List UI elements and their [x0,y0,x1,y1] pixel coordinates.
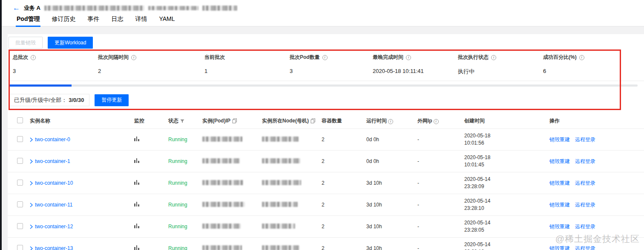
row-checkbox[interactable] [17,158,23,164]
destroy-rebuild-link[interactable]: 销毁重建 [549,224,570,230]
destroy-rebuild-link[interactable]: 销毁重建 [549,202,570,208]
info-icon[interactable]: i [579,55,584,60]
redacted-workload-name [44,6,144,11]
breadcrumb: ← 业务 A [2,0,644,12]
runtime: 0d 0h [363,151,414,172]
select-all-checkbox[interactable] [17,117,23,123]
table-row: two-container-1 Running 2 0d 0h - 2020-0… [8,151,644,172]
tab-yaml[interactable]: YAML [158,14,175,27]
monitor-chart-icon[interactable] [134,180,139,185]
pod-name-link[interactable]: two-container-0 [30,137,127,142]
stat-value-batch-interval: 2 [98,68,204,76]
created-time: 2020-05-1423:28:10 [461,194,546,216]
collapsed-sidebar-strip [0,0,2,250]
redacted-pod-ip [202,202,245,207]
chevron-right-icon[interactable] [30,203,33,207]
created-time: 2020-05-1423:28:09 [461,172,546,194]
monitor-chart-icon[interactable] [134,158,139,163]
tab-revision-history[interactable]: 修订历史 [51,14,76,27]
col-instance-name: 实例名称 [26,113,131,129]
info-icon[interactable]: i [31,55,36,60]
chevron-right-icon[interactable] [30,246,33,250]
col-pod-ip: 实例(Pod)IP [199,113,259,129]
runtime: 3d 10h [363,238,414,250]
tab-details[interactable]: 详情 [134,14,148,27]
row-checkbox[interactable] [17,223,23,229]
monitor-chart-icon[interactable] [134,224,139,228]
stat-value-latest-finish-time: 2020-05-18 10:11:41 [373,68,458,76]
redacted-workload-name [148,6,198,10]
runtime: 0d 0h [363,129,414,151]
chevron-right-icon[interactable] [30,137,33,142]
table-header-row: 实例名称 监控 状态 实例(Pod)IP 实例所在Node(母机) 容器数量 运… [8,113,644,129]
monitor-chart-icon[interactable] [134,245,139,250]
batch-destroy-button[interactable]: 批量销毁 [9,37,43,49]
container-count: 2 [318,194,363,216]
pod-name-link[interactable]: two-container-13 [30,245,127,250]
remote-login-link[interactable]: 远程登录 [575,202,595,208]
table-row: two-container-0 Running 2 0d 0h - 2020-0… [8,129,644,151]
destroy-rebuild-link[interactable]: 销毁重建 [549,137,570,142]
external-ip: - [414,129,461,151]
remote-login-link[interactable]: 远程登录 [575,224,595,230]
remote-login-link[interactable]: 远程登录 [575,137,595,142]
back-arrow-icon[interactable]: ← [13,4,20,12]
row-checkbox[interactable] [17,245,23,250]
pod-table: 实例名称 监控 状态 实例(Pod)IP 实例所在Node(母机) 容器数量 运… [8,113,644,250]
info-icon[interactable]: i [406,55,411,60]
stat-value-current-batch: 1 [204,68,290,76]
tab-pod-management[interactable]: Pod管理 [16,14,40,27]
upgrade-status-row: 已升级/升级中/全部： 3/0/30 暂停更新 [9,94,644,113]
upgrade-summary-value: 3/0/30 [69,97,84,103]
copy-icon[interactable] [232,118,237,124]
batch-stats-values: 3 2 1 3 2020-05-18 10:11:41 执行中 6 [8,68,644,76]
upgrade-progress-fill [9,84,72,87]
update-workload-button[interactable]: 更新Workload [48,37,93,49]
col-runtime: 运行时间i [363,113,414,129]
pod-name-link[interactable]: two-container-11 [30,202,127,208]
info-icon[interactable]: i [434,119,439,124]
chevron-right-icon[interactable] [30,159,33,164]
destroy-rebuild-link[interactable]: 销毁重建 [549,158,570,164]
container-count: 2 [318,216,363,238]
remote-login-link[interactable]: 远程登录 [575,180,595,186]
monitor-chart-icon[interactable] [134,202,139,206]
stat-value-batch-exec-status: 执行中 [458,68,543,76]
info-icon[interactable]: i [491,55,496,60]
remote-login-link[interactable]: 远程登录 [575,158,595,164]
pause-update-button[interactable]: 暂停更新 [95,94,129,106]
container-count: 2 [318,151,363,172]
row-checkbox[interactable] [17,136,23,142]
monitor-chart-icon[interactable] [134,137,139,141]
info-icon[interactable]: i [388,119,393,124]
destroy-rebuild-link[interactable]: 销毁重建 [549,180,570,186]
tab-events[interactable]: 事件 [86,14,100,27]
col-status: 状态 [165,113,199,129]
container-count: 2 [318,172,363,194]
col-node: 实例所在Node(母机) [259,113,318,129]
info-icon[interactable]: i [131,55,136,60]
tab-logs[interactable]: 日志 [110,14,124,27]
copy-icon[interactable] [310,118,316,124]
container-count: 2 [318,238,363,250]
row-checkbox[interactable] [17,201,23,207]
redacted-node [262,137,299,142]
stat-label-batch-interval: 批次间隔时间i [98,54,204,61]
pod-name-link[interactable]: two-container-1 [30,158,127,164]
created-time: 2020-05-1423:28:12 [461,238,546,250]
pod-name-link[interactable]: two-container-10 [30,180,127,186]
content-card: 批量销毁 更新Workload 总批次i 批次间隔时间i 当前批次 批次Pod数… [8,34,644,250]
info-icon[interactable]: i [322,55,328,60]
created-time: 2020-05-1810:01:45 [461,151,546,172]
row-checkbox[interactable] [17,180,23,186]
col-external-ip: 外网Ipi [414,113,461,129]
chevron-right-icon[interactable] [30,224,33,229]
pod-name-link[interactable]: two-container-12 [30,224,127,230]
destroy-rebuild-link[interactable]: 销毁重建 [549,245,570,250]
external-ip: - [414,194,461,216]
redacted-node [262,224,295,229]
remote-login-link[interactable]: 远程登录 [575,245,595,250]
chevron-right-icon[interactable] [30,181,33,186]
filter-funnel-icon[interactable] [180,119,184,123]
stat-label-latest-finish-time: 最晚完成时间i [373,54,458,61]
